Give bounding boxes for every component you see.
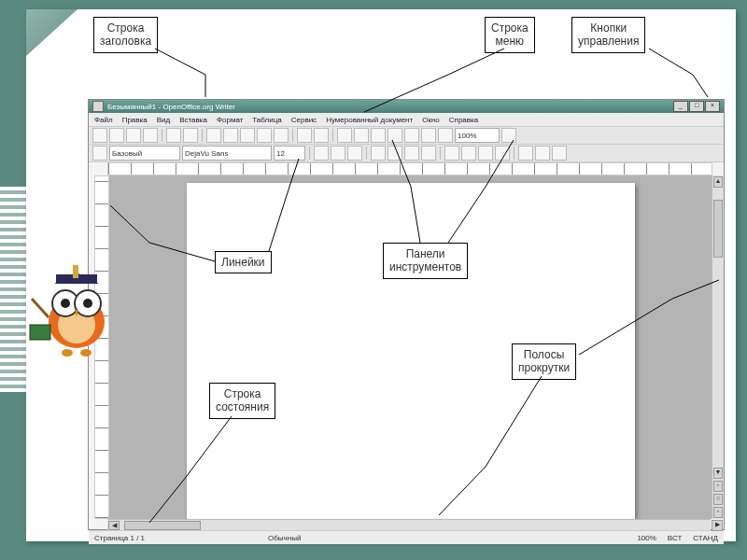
zoom-combo[interactable]: 100% <box>455 128 500 143</box>
label-rulers: Линейки <box>215 251 272 273</box>
style-combo[interactable]: Базовый <box>109 146 180 161</box>
svg-point-5 <box>83 299 92 308</box>
scroll-left-button[interactable]: ◀ <box>108 521 120 530</box>
cut-button[interactable] <box>223 128 238 143</box>
scroll-right-button[interactable]: ▶ <box>712 520 723 531</box>
copy-button[interactable] <box>240 128 255 143</box>
styles-button[interactable] <box>92 146 107 161</box>
hyperlink-button[interactable] <box>337 128 352 143</box>
paste-button[interactable] <box>257 128 272 143</box>
slide-background: Безымянный1 - OpenOffice.org Writer _ □ … <box>26 9 736 541</box>
menu-tools[interactable]: Сервис <box>291 116 317 124</box>
title-bar: Безымянный1 - OpenOffice.org Writer _ □ … <box>89 100 724 113</box>
underline-button[interactable] <box>347 146 362 161</box>
status-zoom: 100% <box>637 534 655 542</box>
fontsize-combo[interactable]: 12 <box>274 146 305 161</box>
table-button[interactable] <box>354 128 369 143</box>
help-button[interactable] <box>501 128 516 143</box>
status-bar: Страница 1 / 1 Обычный 100% ВСТ СТАНД <box>89 530 724 544</box>
mail-button[interactable] <box>143 128 158 143</box>
horizontal-scrollbar[interactable]: ◀ <box>107 519 711 530</box>
align-right-button[interactable] <box>404 146 419 161</box>
horizontal-ruler[interactable] <box>107 162 712 175</box>
menu-edit[interactable]: Правка <box>122 116 148 124</box>
open-button[interactable] <box>109 128 124 143</box>
prev-page-button[interactable]: ◦ <box>713 481 723 492</box>
align-center-button[interactable] <box>388 146 402 161</box>
font-color-button[interactable] <box>518 146 533 161</box>
minimize-button[interactable]: _ <box>673 101 688 112</box>
print-button[interactable] <box>166 128 181 143</box>
separator <box>292 129 293 142</box>
undo-button[interactable] <box>297 128 312 143</box>
font-combo[interactable]: DejaVu Sans <box>182 146 272 161</box>
menu-view[interactable]: Вид <box>157 116 170 124</box>
label-scrollbars: Полосы прокрутки <box>512 343 576 380</box>
decrease-indent-button[interactable] <box>478 146 493 161</box>
separator <box>202 129 203 142</box>
italic-button[interactable] <box>331 146 345 161</box>
next-page-button[interactable]: ◦ <box>713 507 723 518</box>
status-page: Страница 1 / 1 <box>94 534 145 542</box>
format-paint-button[interactable] <box>274 128 289 143</box>
menu-format[interactable]: Формат <box>217 116 243 124</box>
menu-window[interactable]: Окно <box>422 116 440 124</box>
save-button[interactable] <box>126 128 141 143</box>
document-area[interactable] <box>109 175 712 519</box>
status-ins: ВСТ <box>668 534 682 542</box>
spellcheck-button[interactable] <box>206 128 221 143</box>
separator <box>332 129 333 142</box>
align-left-button[interactable] <box>371 146 386 161</box>
mascot-owl-icon <box>21 252 133 364</box>
scroll-up-button[interactable]: ▲ <box>713 176 723 188</box>
window-title: Безымянный1 - OpenOffice.org Writer <box>107 103 235 111</box>
preview-button[interactable] <box>183 128 198 143</box>
datasources-button[interactable] <box>421 128 436 143</box>
svg-point-12 <box>62 349 73 357</box>
separator <box>162 129 162 142</box>
bgcolor-button[interactable] <box>552 146 567 161</box>
chart-button[interactable] <box>371 128 386 143</box>
separator <box>514 147 514 160</box>
menu-file[interactable]: Файл <box>94 116 113 124</box>
align-justify-button[interactable] <box>421 146 436 161</box>
bullets-button[interactable] <box>461 146 476 161</box>
close-button[interactable]: × <box>705 101 720 112</box>
menu-table[interactable]: Таблица <box>252 116 281 124</box>
nav-button[interactable]: ○ <box>713 494 723 505</box>
bold-button[interactable] <box>314 146 329 161</box>
app-window-screenshot: Безымянный1 - OpenOffice.org Writer _ □ … <box>88 99 725 530</box>
slide-corner <box>26 9 78 56</box>
standard-toolbar: 100% <box>89 127 724 145</box>
gallery-button[interactable] <box>404 128 419 143</box>
window-controls: _ □ × <box>673 101 720 112</box>
maximize-button[interactable]: □ <box>689 101 704 112</box>
navigator-button[interactable] <box>388 128 402 143</box>
menu-numbered-doc[interactable]: Нумерованный документ <box>326 116 413 124</box>
increase-indent-button[interactable] <box>495 146 510 161</box>
scroll-thumb-h[interactable] <box>124 521 201 530</box>
label-toolbars: Панели инструментов <box>383 243 468 279</box>
numbering-button[interactable] <box>444 146 459 161</box>
label-status-bar: Строка состояния <box>209 383 275 419</box>
label-control-buttons: Кнопки управления <box>571 17 645 53</box>
status-std: СТАНД <box>693 534 718 542</box>
label-menu-bar: Строка меню <box>485 17 535 53</box>
redo-button[interactable] <box>314 128 329 143</box>
new-button[interactable] <box>92 128 107 143</box>
scroll-down-button[interactable]: ▼ <box>713 468 723 479</box>
separator <box>309 147 310 160</box>
svg-line-10 <box>32 299 49 317</box>
separator <box>366 147 367 160</box>
status-mode: Обычный <box>268 534 301 542</box>
highlight-button[interactable] <box>535 146 550 161</box>
menu-help[interactable]: Справка <box>449 116 478 124</box>
menu-insert[interactable]: Вставка <box>179 116 207 124</box>
menu-bar: Файл Правка Вид Вставка Формат Таблица С… <box>89 113 724 127</box>
vertical-scrollbar[interactable]: ▲ ▼ ◦ ○ ◦ <box>712 175 724 519</box>
scroll-thumb-v[interactable] <box>713 200 723 258</box>
nonprinting-button[interactable] <box>438 128 453 143</box>
label-title-bar: Строка заголовка <box>93 17 158 53</box>
svg-point-4 <box>61 299 70 308</box>
separator <box>440 147 441 160</box>
